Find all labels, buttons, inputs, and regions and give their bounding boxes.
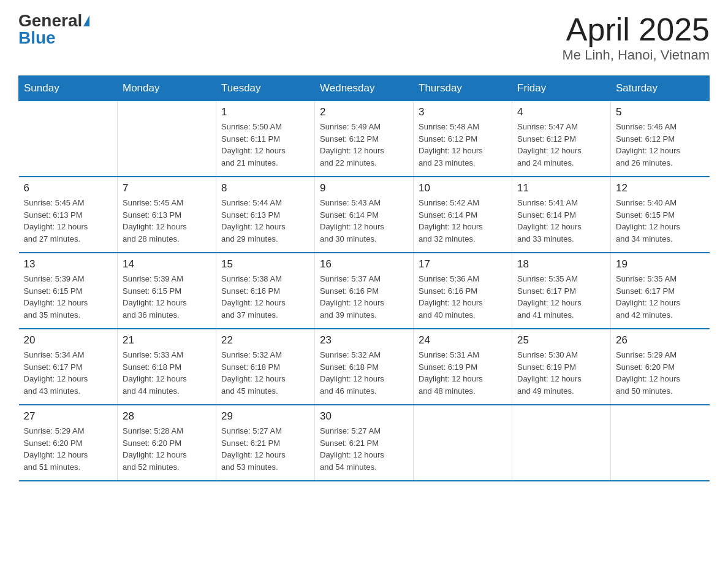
day-number: 22 [221,334,309,347]
day-number: 15 [221,258,309,270]
day-number: 13 [24,258,113,270]
day-info: Sunrise: 5:37 AMSunset: 6:16 PMDaylight:… [320,273,408,321]
calendar-cell: 28Sunrise: 5:28 AMSunset: 6:20 PMDayligh… [118,405,216,481]
calendar-cell: 6Sunrise: 5:45 AMSunset: 6:13 PMDaylight… [19,177,118,253]
calendar-cell: 20Sunrise: 5:34 AMSunset: 6:17 PMDayligh… [19,329,118,405]
day-number: 30 [320,410,408,423]
calendar-cell: 30Sunrise: 5:27 AMSunset: 6:21 PMDayligh… [315,405,414,481]
day-number: 6 [24,182,113,194]
calendar-cell: 23Sunrise: 5:32 AMSunset: 6:18 PMDayligh… [315,329,414,405]
day-number: 1 [221,106,309,118]
calendar-cell: 24Sunrise: 5:31 AMSunset: 6:19 PMDayligh… [414,329,512,405]
calendar-cell: 27Sunrise: 5:29 AMSunset: 6:20 PMDayligh… [19,405,118,481]
calendar-cell: 17Sunrise: 5:36 AMSunset: 6:16 PMDayligh… [414,253,512,329]
day-number: 5 [616,106,705,118]
calendar-cell: 29Sunrise: 5:27 AMSunset: 6:21 PMDayligh… [216,405,315,481]
calendar-cell: 4Sunrise: 5:47 AMSunset: 6:12 PMDaylight… [512,101,611,177]
day-info: Sunrise: 5:40 AMSunset: 6:15 PMDaylight:… [616,197,705,245]
calendar-header-row: SundayMondayTuesdayWednesdayThursdayFrid… [19,76,710,101]
day-info: Sunrise: 5:31 AMSunset: 6:19 PMDaylight:… [419,349,507,397]
logo-general-text: General [18,12,82,29]
day-number: 12 [616,182,705,194]
day-number: 24 [419,334,507,347]
day-info: Sunrise: 5:47 AMSunset: 6:12 PMDaylight:… [517,121,605,169]
calendar-title: April 2025 [562,12,710,47]
calendar-cell: 12Sunrise: 5:40 AMSunset: 6:15 PMDayligh… [611,177,710,253]
calendar-cell: 8Sunrise: 5:44 AMSunset: 6:13 PMDaylight… [216,177,315,253]
day-info: Sunrise: 5:32 AMSunset: 6:18 PMDaylight:… [221,349,309,397]
day-info: Sunrise: 5:41 AMSunset: 6:14 PMDaylight:… [517,197,605,245]
logo: General Blue [18,12,89,47]
calendar-cell: 9Sunrise: 5:43 AMSunset: 6:14 PMDaylight… [315,177,414,253]
calendar-cell: 7Sunrise: 5:45 AMSunset: 6:13 PMDaylight… [118,177,216,253]
header-sunday: Sunday [19,76,118,101]
header-thursday: Thursday [414,76,512,101]
page-header: General Blue April 2025 Me Linh, Hanoi, … [18,12,710,63]
day-number: 21 [123,334,211,347]
day-number: 20 [24,334,113,347]
calendar-cell: 10Sunrise: 5:42 AMSunset: 6:14 PMDayligh… [414,177,512,253]
logo-triangle-icon [83,15,89,26]
calendar-cell: 2Sunrise: 5:49 AMSunset: 6:12 PMDaylight… [315,101,414,177]
title-area: April 2025 Me Linh, Hanoi, Vietnam [562,12,710,63]
day-number: 29 [221,410,309,423]
day-number: 10 [419,182,507,194]
day-number: 8 [221,182,309,194]
day-info: Sunrise: 5:46 AMSunset: 6:12 PMDaylight:… [616,121,705,169]
day-info: Sunrise: 5:38 AMSunset: 6:16 PMDaylight:… [221,273,309,321]
day-info: Sunrise: 5:35 AMSunset: 6:17 PMDaylight:… [517,273,605,321]
week-row-4: 20Sunrise: 5:34 AMSunset: 6:17 PMDayligh… [19,329,710,405]
header-saturday: Saturday [611,76,710,101]
calendar-cell: 3Sunrise: 5:48 AMSunset: 6:12 PMDaylight… [414,101,512,177]
day-info: Sunrise: 5:28 AMSunset: 6:20 PMDaylight:… [123,425,211,473]
day-number: 3 [419,106,507,118]
day-info: Sunrise: 5:45 AMSunset: 6:13 PMDaylight:… [123,197,211,245]
logo-blue-text: Blue [18,29,89,47]
day-number: 27 [24,410,113,423]
calendar-cell [19,101,118,177]
calendar-cell: 5Sunrise: 5:46 AMSunset: 6:12 PMDaylight… [611,101,710,177]
week-row-1: 1Sunrise: 5:50 AMSunset: 6:11 PMDaylight… [19,101,710,177]
calendar-cell: 1Sunrise: 5:50 AMSunset: 6:11 PMDaylight… [216,101,315,177]
week-row-5: 27Sunrise: 5:29 AMSunset: 6:20 PMDayligh… [19,405,710,481]
day-info: Sunrise: 5:50 AMSunset: 6:11 PMDaylight:… [221,121,309,169]
calendar-cell: 14Sunrise: 5:39 AMSunset: 6:15 PMDayligh… [118,253,216,329]
day-info: Sunrise: 5:48 AMSunset: 6:12 PMDaylight:… [419,121,507,169]
calendar-cell: 19Sunrise: 5:35 AMSunset: 6:17 PMDayligh… [611,253,710,329]
header-friday: Friday [512,76,611,101]
day-info: Sunrise: 5:43 AMSunset: 6:14 PMDaylight:… [320,197,408,245]
day-number: 14 [123,258,211,270]
day-info: Sunrise: 5:27 AMSunset: 6:21 PMDaylight:… [320,425,408,473]
calendar-table: SundayMondayTuesdayWednesdayThursdayFrid… [18,75,710,481]
calendar-cell: 25Sunrise: 5:30 AMSunset: 6:19 PMDayligh… [512,329,611,405]
calendar-cell: 16Sunrise: 5:37 AMSunset: 6:16 PMDayligh… [315,253,414,329]
day-info: Sunrise: 5:29 AMSunset: 6:20 PMDaylight:… [24,425,113,473]
day-info: Sunrise: 5:35 AMSunset: 6:17 PMDaylight:… [616,273,705,321]
day-number: 11 [517,182,605,194]
calendar-cell: 26Sunrise: 5:29 AMSunset: 6:20 PMDayligh… [611,329,710,405]
day-info: Sunrise: 5:33 AMSunset: 6:18 PMDaylight:… [123,349,211,397]
day-number: 26 [616,334,705,347]
calendar-subtitle: Me Linh, Hanoi, Vietnam [562,47,710,63]
header-monday: Monday [118,76,216,101]
day-number: 2 [320,106,408,118]
day-info: Sunrise: 5:30 AMSunset: 6:19 PMDaylight:… [517,349,605,397]
week-row-3: 13Sunrise: 5:39 AMSunset: 6:15 PMDayligh… [19,253,710,329]
day-info: Sunrise: 5:29 AMSunset: 6:20 PMDaylight:… [616,349,705,397]
calendar-cell: 21Sunrise: 5:33 AMSunset: 6:18 PMDayligh… [118,329,216,405]
day-number: 25 [517,334,605,347]
day-number: 23 [320,334,408,347]
day-info: Sunrise: 5:39 AMSunset: 6:15 PMDaylight:… [24,273,113,321]
calendar-cell [414,405,512,481]
day-number: 9 [320,182,408,194]
day-number: 17 [419,258,507,270]
day-info: Sunrise: 5:34 AMSunset: 6:17 PMDaylight:… [24,349,113,397]
day-number: 16 [320,258,408,270]
day-info: Sunrise: 5:45 AMSunset: 6:13 PMDaylight:… [24,197,113,245]
day-info: Sunrise: 5:44 AMSunset: 6:13 PMDaylight:… [221,197,309,245]
day-number: 18 [517,258,605,270]
calendar-cell [118,101,216,177]
day-number: 19 [616,258,705,270]
calendar-cell [512,405,611,481]
header-tuesday: Tuesday [216,76,315,101]
